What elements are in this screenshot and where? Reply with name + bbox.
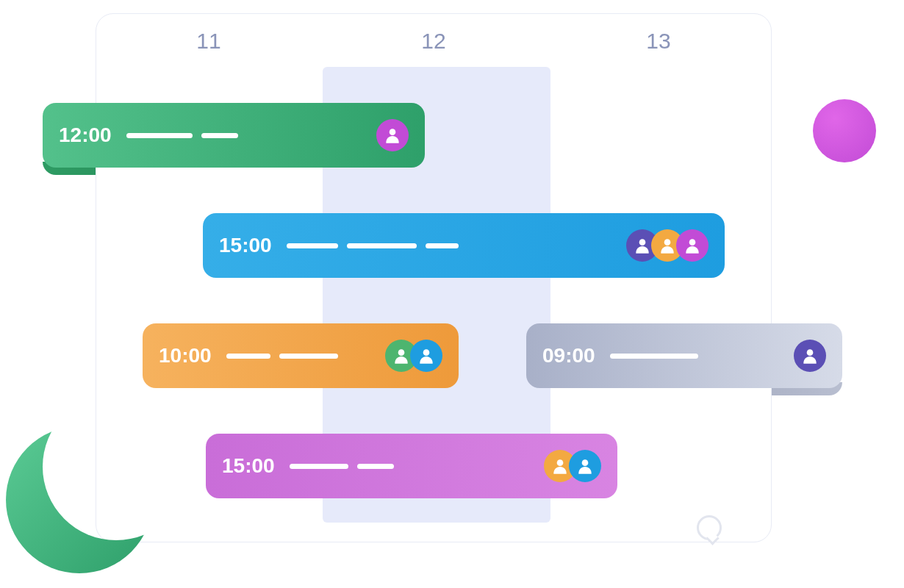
calendar-event[interactable]: 15:00: [206, 434, 617, 498]
calendar-event[interactable]: 09:00: [526, 323, 842, 388]
day-header: 12: [321, 29, 546, 65]
illustration-stage: 11 12 13 12:0015:0010:0009:0015:00: [0, 0, 904, 588]
chat-bubble-icon: [697, 515, 722, 540]
event-attendees: [794, 340, 826, 372]
event-attendees: [376, 119, 409, 151]
avatar: [794, 340, 826, 372]
calendar-event[interactable]: 12:00: [43, 103, 425, 168]
avatar: [410, 340, 442, 372]
event-attendees: [385, 340, 442, 372]
avatar: [569, 450, 601, 482]
svg-point-2: [664, 239, 671, 245]
event-attendees: [626, 229, 709, 262]
event-title-placeholder: [126, 133, 376, 138]
calendar-event[interactable]: 15:00: [203, 213, 725, 278]
svg-point-11: [6, 426, 153, 573]
event-time: 09:00: [542, 344, 595, 368]
event-time: 10:00: [159, 344, 212, 368]
svg-point-3: [689, 239, 696, 245]
day-headers: 11 12 13: [96, 29, 771, 65]
svg-point-6: [807, 349, 814, 356]
svg-point-1: [639, 239, 646, 245]
svg-point-8: [582, 459, 589, 466]
event-time: 15:00: [222, 454, 275, 478]
event-time: 15:00: [219, 234, 272, 257]
svg-point-7: [557, 459, 564, 466]
svg-point-5: [423, 349, 430, 356]
decorative-circle: [813, 99, 876, 162]
calendar-event[interactable]: 10:00: [143, 323, 459, 388]
day-header: 11: [96, 29, 321, 65]
decorative-moon-shape: [6, 426, 153, 573]
avatar: [376, 119, 409, 151]
event-time: 12:00: [59, 123, 112, 147]
event-title-placeholder: [610, 354, 794, 359]
svg-point-0: [390, 129, 396, 135]
event-title-placeholder: [226, 354, 385, 359]
avatar: [676, 229, 709, 262]
day-header: 13: [546, 29, 771, 65]
event-attendees: [544, 450, 601, 482]
svg-point-4: [398, 349, 405, 356]
event-title-placeholder: [290, 464, 544, 469]
event-title-placeholder: [287, 243, 626, 248]
